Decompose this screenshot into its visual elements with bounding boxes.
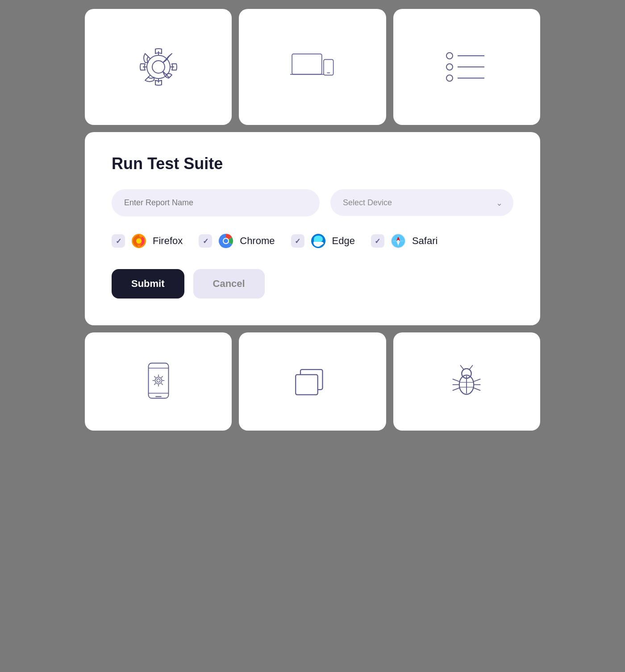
svg-point-10 — [446, 75, 453, 81]
chrome-checkbox[interactable] — [199, 234, 212, 248]
svg-line-43 — [474, 388, 480, 390]
list-card[interactable] — [393, 9, 540, 125]
select-device-wrapper: Select Device Desktop Mobile Tablet ⌄ — [330, 189, 513, 216]
edge-option[interactable]: Edge — [291, 232, 355, 249]
devices-icon — [290, 45, 335, 89]
svg-line-40 — [453, 388, 459, 390]
select-device-dropdown[interactable]: Select Device Desktop Mobile Tablet — [330, 189, 513, 216]
report-name-input[interactable] — [112, 189, 320, 216]
edge-icon — [310, 232, 327, 249]
bottom-cards-row — [85, 332, 540, 431]
panel-title: Run Test Suite — [112, 154, 513, 173]
devices-card[interactable] — [239, 9, 386, 125]
svg-line-37 — [470, 365, 473, 369]
svg-point-30 — [155, 377, 162, 384]
safari-icon — [390, 232, 407, 249]
actions-row: Submit Cancel — [112, 269, 513, 299]
edge-checkbox[interactable] — [291, 234, 304, 248]
form-row: Select Device Desktop Mobile Tablet ⌄ — [112, 189, 513, 216]
run-test-suite-panel: Run Test Suite Select Device Desktop Mob… — [85, 132, 540, 325]
svg-point-14 — [136, 238, 142, 244]
bug-icon — [446, 361, 487, 402]
chrome-option[interactable]: Chrome — [199, 232, 275, 249]
mobile-gear-icon — [138, 361, 179, 402]
svg-line-36 — [461, 365, 464, 369]
firefox-checkbox[interactable] — [112, 234, 125, 248]
list-icon — [444, 45, 489, 89]
submit-button[interactable]: Submit — [112, 269, 184, 299]
chrome-label: Chrome — [240, 235, 275, 247]
svg-line-38 — [453, 379, 459, 382]
safari-label: Safari — [412, 235, 438, 247]
settings-card[interactable] — [85, 9, 232, 125]
duplicate-card[interactable] — [239, 332, 386, 431]
svg-point-17 — [224, 239, 228, 243]
safari-option[interactable]: Safari — [371, 232, 438, 249]
svg-point-6 — [446, 53, 453, 59]
firefox-option[interactable]: Firefox — [112, 232, 183, 249]
svg-rect-2 — [292, 54, 322, 75]
browser-options: Firefox — [112, 232, 513, 249]
svg-line-41 — [474, 379, 480, 382]
svg-point-25 — [397, 240, 399, 242]
bug-card[interactable] — [393, 332, 540, 431]
firefox-label: Firefox — [153, 235, 183, 247]
svg-point-8 — [446, 64, 453, 70]
duplicate-icon — [292, 361, 333, 402]
svg-point-31 — [157, 379, 160, 382]
cancel-button[interactable]: Cancel — [193, 269, 265, 299]
safari-checkbox[interactable] — [371, 234, 384, 248]
mobile-settings-card[interactable] — [85, 332, 232, 431]
svg-rect-33 — [296, 375, 318, 395]
top-cards-row — [85, 9, 540, 125]
gear-icon — [136, 45, 181, 89]
edge-label: Edge — [332, 235, 355, 247]
firefox-icon — [130, 232, 147, 249]
chrome-icon — [217, 232, 234, 249]
page-wrapper: Run Test Suite Select Device Desktop Mob… — [76, 0, 549, 440]
